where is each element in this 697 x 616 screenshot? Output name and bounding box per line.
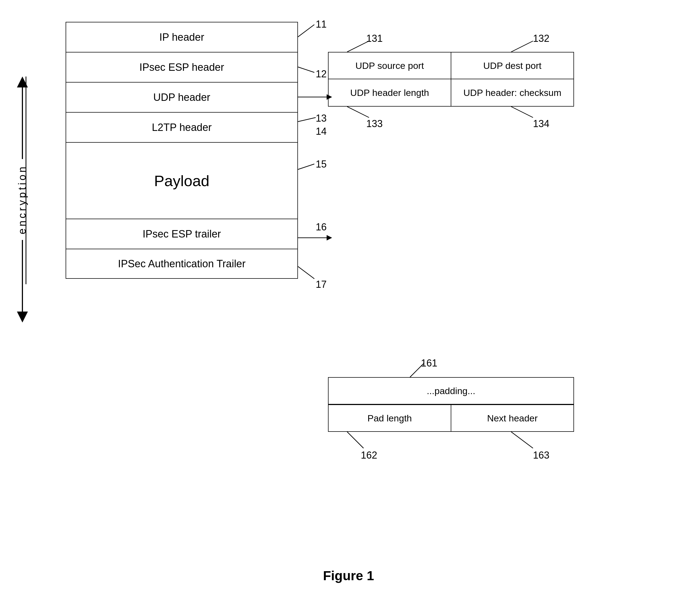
row-ipsec-esp-trailer: IPsec ESP trailer [65, 219, 298, 249]
udp-source-port: UDP source port [328, 52, 451, 79]
ipsec-esp-trailer-label: IPsec ESP trailer [143, 228, 221, 240]
udp-dest-port: UDP dest port [451, 52, 574, 79]
svg-line-5 [298, 118, 316, 122]
ref-num-16: 16 [316, 221, 327, 233]
row-ip-header: IP header [65, 22, 298, 52]
udp-row-2: UDP header length UDP header: checksum [328, 79, 574, 107]
row-ipsec-auth-trailer: IPSec Authentication Trailer [65, 249, 298, 279]
esp-padding-row: ...padding... [328, 377, 574, 404]
svg-marker-9 [327, 235, 332, 240]
main-packet-stack: IP header IPsec ESP header UDP header L2… [65, 22, 298, 279]
ipsec-esp-header-label: IPsec ESP header [139, 61, 224, 73]
svg-line-14 [511, 107, 533, 118]
row-udp-header: UDP header [65, 82, 298, 112]
encryption-arrow-up [17, 76, 28, 88]
ref-num-161: 161 [421, 358, 438, 369]
l2tp-header-label: L2TP header [152, 122, 211, 133]
figure-caption: Figure 1 [323, 568, 374, 583]
esp-next-header: Next header [451, 404, 574, 432]
svg-line-17 [511, 432, 533, 448]
diagram-container: encryption IP header IPsec ESP header UD… [0, 0, 697, 616]
ref-num-17: 17 [316, 279, 327, 290]
udp-detail-box: UDP source port UDP dest port UDP header… [328, 52, 574, 107]
svg-line-0 [298, 25, 314, 37]
udp-header-checksum: UDP header: checksum [451, 79, 574, 107]
ref-num-13: 13 [316, 112, 327, 124]
esp-detail-box: ...padding... Pad length Next header [328, 377, 574, 432]
payload-label: Payload [154, 172, 209, 190]
encryption-line [22, 88, 23, 159]
svg-line-13 [347, 107, 369, 118]
svg-line-12 [511, 41, 533, 52]
ref-num-134: 134 [533, 118, 549, 130]
row-payload: Payload [65, 142, 298, 219]
svg-line-16 [347, 432, 364, 448]
udp-row-1: UDP source port UDP dest port [328, 52, 574, 79]
ip-header-label: IP header [159, 31, 204, 43]
ref-num-133: 133 [366, 118, 383, 130]
svg-line-10 [298, 267, 314, 279]
esp-pad-length: Pad length [328, 404, 451, 432]
ref-num-131: 131 [366, 33, 383, 44]
ref-num-14: 14 [316, 126, 327, 137]
svg-line-1 [298, 67, 314, 72]
row-l2tp-header: L2TP header [65, 112, 298, 142]
udp-header-length: UDP header length [328, 79, 451, 107]
ref-num-163: 163 [533, 450, 549, 461]
esp-row-1: Pad length Next header [328, 404, 574, 432]
encryption-line-2 [22, 240, 23, 312]
ipsec-auth-trailer-label: IPSec Authentication Trailer [118, 258, 246, 270]
encryption-text: encryption [16, 159, 28, 240]
ref-num-162: 162 [361, 450, 377, 461]
svg-line-6 [298, 164, 314, 169]
ref-num-15: 15 [316, 159, 327, 170]
svg-line-11 [347, 41, 369, 52]
udp-header-label: UDP header [153, 92, 210, 103]
ref-num-132: 132 [533, 33, 549, 44]
encryption-arrow-down [17, 312, 28, 322]
row-ipsec-esp-header: IPsec ESP header [65, 52, 298, 82]
encryption-label: encryption [16, 76, 28, 322]
ref-num-11: 11 [316, 19, 327, 30]
ref-num-12: 12 [316, 68, 327, 80]
